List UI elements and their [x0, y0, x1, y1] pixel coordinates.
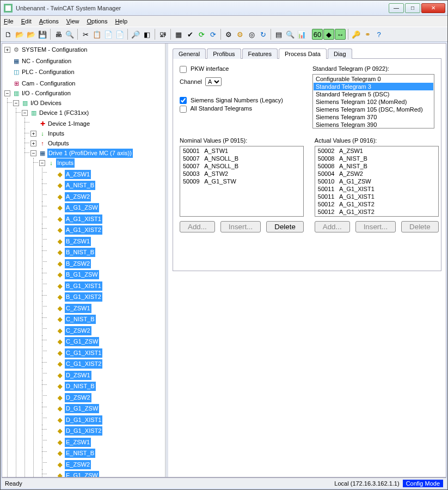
tree-row[interactable]: −I/O Devices [13, 99, 62, 108]
menu-help[interactable]: Help [115, 18, 127, 24]
list-item[interactable]: 50008 A_NIST_B [316, 155, 438, 162]
t1-icon[interactable]: 60 [312, 29, 323, 40]
tree-row[interactable]: ◆C_ZSW1 [48, 304, 91, 313]
preview-icon[interactable]: 🔍 [64, 29, 75, 40]
tab-features[interactable]: Features [242, 48, 278, 59]
tab-general[interactable]: General [173, 48, 206, 59]
t3-icon[interactable]: ↔ [335, 29, 346, 40]
tree-row[interactable]: PLC - Configuration [4, 68, 75, 77]
expander-icon[interactable]: + [4, 47, 10, 53]
actual-list[interactable]: 50002 A_ZSW150008 A_NIST_B50008 A_NIST_B… [315, 146, 439, 217]
tree-row[interactable]: ◆E_G1_ZSW [48, 471, 99, 477]
nominal-insert-button[interactable]: Insert... [220, 221, 261, 232]
tree-row[interactable]: ◆C_G1_ZSW [48, 337, 99, 346]
telegram-item[interactable]: Standard Telegram 5 (DSC) [314, 90, 433, 98]
key-icon[interactable]: 🔑 [351, 29, 361, 40]
nominal-list[interactable]: 50001 A_STW150007 A_NSOLL_B50007 A_NSOLL… [180, 146, 304, 217]
tree-row[interactable]: ◆D_G1_XIST2 [48, 426, 102, 436]
list-item[interactable]: 50002 A_ZSW1 [316, 147, 438, 155]
telegram-item[interactable]: Siemens Telegram 105 (DSC, MomRed) [314, 106, 433, 113]
tree-pane[interactable]: +SYSTEM - Configuration NC - Configurati… [2, 44, 165, 477]
tree-row[interactable]: ◆E_ZSW2 [48, 460, 91, 469]
list-item[interactable]: 50012 A_G1_XIST2 [316, 208, 438, 216]
list-item[interactable]: 50010 A_G1_ZSW [316, 177, 438, 185]
list-item[interactable]: 50003 A_STW2 [181, 170, 303, 177]
gear-icon[interactable]: ⚙ [223, 29, 234, 40]
list-item[interactable]: 50001 A_STW1 [181, 147, 303, 155]
maximize-button[interactable]: □ [405, 3, 420, 13]
list-item[interactable]: 50012 A_G1_XIST2 [316, 200, 438, 208]
tree-row[interactable]: ◆D_ZSW2 [48, 393, 91, 402]
telegram-item[interactable]: Siemens Telegram 390 [314, 121, 433, 128]
tree-row[interactable]: ◆B_G1_XIST1 [48, 281, 102, 291]
open-icon[interactable]: 📂 [14, 29, 25, 40]
list-item[interactable]: 50007 A_NSOLL_B [181, 155, 303, 162]
new-icon[interactable]: 🗋 [3, 29, 14, 40]
reload-icon[interactable]: ↻ [257, 29, 268, 40]
tree-row[interactable]: ◆A_G1_XIST2 [48, 225, 102, 235]
tree-row[interactable]: −Inputs [39, 158, 75, 168]
help-icon[interactable]: ? [373, 29, 384, 40]
list-item[interactable]: 50004 A_ZSW2 [316, 170, 438, 177]
list-item[interactable]: 50007 A_NSOLL_B [181, 162, 303, 170]
save-icon[interactable]: 💾 [37, 29, 48, 40]
tree-row[interactable]: ◆D_G1_XIST1 [48, 415, 102, 425]
tree-row[interactable]: ◆C_G1_XIST1 [48, 348, 102, 358]
tree-row[interactable]: Device 1-Image [30, 119, 90, 128]
actual-delete-button[interactable]: Delete [401, 221, 439, 232]
close-button[interactable]: ✕ [421, 3, 445, 13]
tree-row[interactable]: ◆C_ZSW2 [48, 326, 91, 335]
expander-icon[interactable]: − [13, 100, 19, 106]
tree-row[interactable]: ◆D_NIST_B [48, 382, 96, 391]
expander-icon[interactable]: − [4, 90, 10, 96]
cut-icon[interactable]: ✂ [80, 29, 91, 40]
pkw-checkbox[interactable]: PKW interface [180, 65, 229, 73]
tree-row[interactable]: ◆A_G1_ZSW [48, 203, 99, 212]
tree-row[interactable]: ◆B_G1_XIST2 [48, 292, 102, 302]
tree-row[interactable]: Cam - Configuration [4, 79, 76, 88]
open2-icon[interactable]: 📂 [26, 29, 36, 40]
expander-icon[interactable]: + [30, 140, 36, 146]
tree-row[interactable]: ◆B_G1_ZSW [48, 270, 99, 279]
menu-file[interactable]: File [4, 18, 14, 24]
menu-options[interactable]: Options [87, 18, 107, 24]
copy-icon[interactable]: 📋 [91, 29, 102, 40]
siemens-checkbox[interactable]: Siemens Signal Numbers (Legacy) [180, 97, 283, 105]
expander-icon[interactable]: − [22, 110, 28, 116]
actual-add-button[interactable]: Add... [315, 221, 350, 232]
tree-row[interactable]: ◆B_ZSW1 [48, 237, 91, 246]
list-item[interactable]: 50011 A_G1_XIST1 [316, 193, 438, 200]
tree-row[interactable]: +Inputs [30, 129, 65, 138]
allstd-checkbox[interactable]: All Standard Telegrams [180, 105, 252, 113]
telegram-item[interactable]: Standard Telegram 3 [314, 83, 433, 90]
menu-actions[interactable]: Actions [39, 18, 59, 24]
device-icon[interactable]: 🖳 [157, 29, 168, 40]
tree-row[interactable]: ◆E_NIST_B [48, 449, 95, 458]
list-item[interactable]: 50011 A_G1_XIST1 [316, 185, 438, 193]
paste-icon[interactable]: 📄 [103, 29, 114, 40]
tree-row[interactable]: +Outputs [30, 139, 70, 148]
list-item[interactable]: 50008 A_NIST_B [316, 162, 438, 170]
tree-row[interactable]: ◆C_G1_XIST2 [48, 359, 102, 369]
goto-icon[interactable]: ◧ [142, 29, 152, 40]
tc2-icon[interactable]: ⟳ [207, 29, 218, 40]
tree-row[interactable]: NC - Configuration [4, 57, 72, 66]
run-icon[interactable]: ▦ [173, 29, 184, 40]
check-icon[interactable]: ✔ [185, 29, 195, 40]
telegram-item[interactable]: Siemens Telegram 102 (MomRed) [314, 98, 433, 106]
tree-row[interactable]: ◆C_NIST_B [48, 315, 96, 324]
tree-row[interactable]: ◆A_ZSW2 [48, 192, 91, 201]
zoom-icon[interactable]: 🔍 [285, 29, 296, 40]
nominal-add-button[interactable]: Add... [180, 221, 215, 232]
find-icon[interactable]: 🔎 [130, 29, 141, 40]
tree-row[interactable]: −Device 1 (FC31xx) [22, 108, 89, 118]
menu-view[interactable]: View [66, 18, 79, 24]
nominal-delete-button[interactable]: Delete [266, 221, 304, 232]
link-icon[interactable]: ⚭ [362, 29, 373, 40]
expander-icon[interactable]: + [30, 131, 36, 137]
expander-icon[interactable]: − [39, 160, 45, 166]
gear2-icon[interactable]: ⚙ [235, 29, 246, 40]
tab-process-data[interactable]: Process Data [279, 48, 327, 59]
chart-icon[interactable]: 📊 [296, 29, 307, 40]
print-icon[interactable]: 🖶 [53, 29, 64, 40]
